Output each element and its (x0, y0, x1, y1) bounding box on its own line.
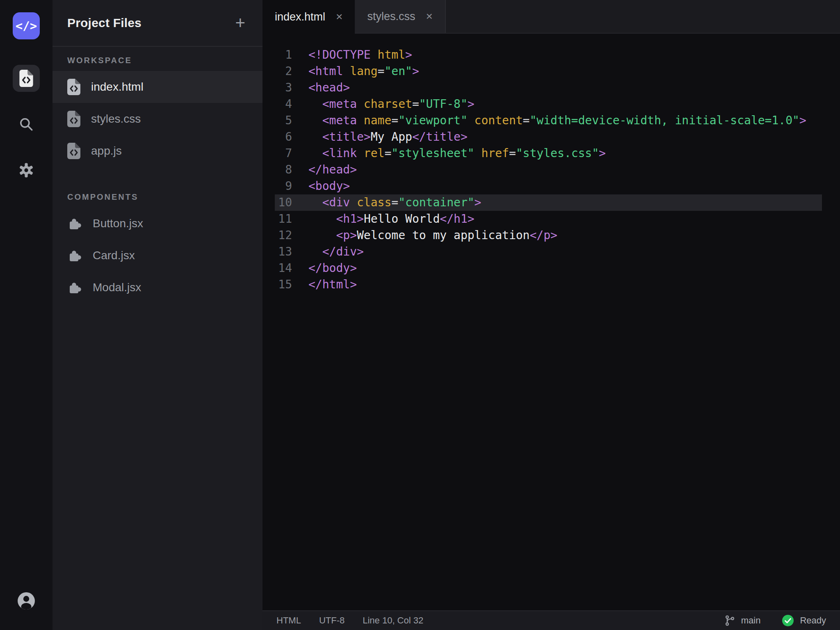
code-text: </head> (308, 162, 357, 178)
logo-glyph: </> (16, 19, 37, 33)
line-number: 3 (275, 80, 292, 96)
line-number: 6 (275, 129, 292, 145)
code-text: <div class="container"> (308, 194, 481, 211)
account-button[interactable] (17, 591, 36, 612)
code-text: <meta charset="UTF-8"> (308, 96, 475, 112)
code-line-11[interactable]: 11 <h1>Hello World</h1> (275, 211, 822, 227)
gear-icon (18, 162, 34, 178)
code-line-6[interactable]: 6 <title>My App</title> (275, 129, 822, 145)
tab-label: styles.css (367, 10, 415, 23)
line-number: 7 (275, 145, 292, 162)
line-number: 14 (275, 260, 292, 276)
status-bar: HTML UTF-8 Line 10, Col 32 m (262, 610, 840, 630)
line-number: 4 (275, 96, 292, 112)
file-name: styles.css (91, 112, 141, 126)
section-label-workspace: WORKSPACE (67, 56, 262, 65)
tab-close-icon[interactable]: × (336, 11, 342, 23)
file-item-card-jsx[interactable]: Card.jsx (52, 240, 262, 272)
status-cursor-position[interactable]: Line 10, Col 32 (363, 615, 423, 626)
code-text: <title>My App</title> (308, 129, 468, 145)
new-file-button[interactable]: + (235, 14, 245, 32)
check-circle-icon (782, 614, 794, 627)
tab-close-icon[interactable]: × (426, 11, 432, 22)
files-panel-button[interactable] (13, 65, 40, 92)
status-left: HTML UTF-8 Line 10, Col 32 (276, 615, 423, 626)
code-line-13[interactable]: 13 </div> (275, 244, 822, 260)
puzzle-icon (67, 216, 82, 231)
status-language[interactable]: HTML (276, 615, 301, 626)
code-line-4[interactable]: 4 <meta charset="UTF-8"> (275, 96, 822, 112)
settings-button[interactable] (13, 157, 40, 184)
code-line-2[interactable]: 2<html lang="en"> (275, 63, 822, 80)
puzzle-icon (67, 248, 82, 263)
code-text: <html lang="en"> (308, 63, 419, 80)
activity-bar: </> (0, 0, 52, 630)
puzzle-icon (67, 280, 82, 295)
tab-bar: index.html × styles.css × (262, 0, 840, 34)
code-line-9[interactable]: 9<body> (275, 178, 822, 194)
file-item-modal-jsx[interactable]: Modal.jsx (52, 272, 262, 304)
file-item-button-jsx[interactable]: Button.jsx (52, 208, 262, 240)
code-file-icon (67, 143, 80, 159)
ready-label: Ready (800, 615, 826, 626)
section-label-components: COMPONENTS (67, 192, 262, 202)
status-encoding[interactable]: UTF-8 (319, 615, 345, 626)
line-number: 13 (275, 244, 292, 260)
code-text: <!DOCTYPE html> (308, 47, 412, 63)
code-line-10[interactable]: 10 <div class="container"> (275, 194, 822, 211)
code-text: <head> (308, 80, 350, 96)
tab-index-html[interactable]: index.html × (262, 0, 355, 34)
editor-main: index.html × styles.css × 1<!DOCTYPE htm… (262, 0, 840, 630)
line-number: 8 (275, 162, 292, 178)
code-line-15[interactable]: 15</html> (275, 276, 822, 293)
account-icon (17, 591, 36, 610)
branch-icon (724, 615, 735, 626)
sidebar-title: Project Files (67, 16, 142, 30)
file-name: app.js (91, 144, 122, 158)
line-number: 11 (275, 211, 292, 227)
file-item-index-html[interactable]: index.html (52, 71, 262, 103)
code-line-14[interactable]: 14</body> (275, 260, 822, 276)
status-ready[interactable]: Ready (782, 614, 826, 627)
code-text: </div> (308, 244, 364, 260)
code-file-icon (67, 111, 80, 127)
code-text: </html> (308, 276, 357, 293)
file-name: Card.jsx (93, 249, 135, 262)
file-item-app-js[interactable]: app.js (52, 135, 262, 167)
file-name: Modal.jsx (93, 281, 141, 294)
code-line-3[interactable]: 3<head> (275, 80, 822, 96)
line-number: 15 (275, 276, 292, 293)
code-text: <p>Welcome to my application</p> (308, 227, 557, 244)
line-number: 5 (275, 112, 292, 129)
file-item-styles-css[interactable]: styles.css (52, 103, 262, 135)
git-branch[interactable]: main (724, 615, 761, 626)
code-line-5[interactable]: 5 <meta name="viewport" content="width=d… (275, 112, 822, 129)
line-number: 12 (275, 227, 292, 244)
code-line-1[interactable]: 1<!DOCTYPE html> (275, 47, 822, 63)
code-editor[interactable]: 1<!DOCTYPE html>2<html lang="en">3<head>… (262, 34, 840, 610)
code-text: <h1>Hello World</h1> (308, 211, 475, 227)
code-editor-app: </> (0, 0, 840, 630)
line-number: 1 (275, 47, 292, 63)
code-line-12[interactable]: 12 <p>Welcome to my application</p> (275, 227, 822, 244)
file-name: Button.jsx (93, 217, 143, 230)
code-file-icon (67, 79, 80, 95)
line-number: 9 (275, 178, 292, 194)
line-number: 2 (275, 63, 292, 80)
code-file-icon (19, 70, 33, 87)
file-name: index.html (91, 80, 144, 94)
code-text: </body> (308, 260, 357, 276)
code-line-7[interactable]: 7 <link rel="stylesheet" href="styles.cs… (275, 145, 822, 162)
branch-name: main (741, 615, 761, 626)
tab-styles-css[interactable]: styles.css × (355, 0, 445, 33)
sidebar-header: Project Files + (52, 0, 262, 47)
code-text: <meta name="viewport" content="width=dev… (308, 112, 806, 129)
code-text: <body> (308, 178, 350, 194)
search-button[interactable] (13, 111, 40, 138)
code-line-8[interactable]: 8</head> (275, 162, 822, 178)
line-number: 10 (275, 194, 292, 211)
app-logo-icon: </> (13, 12, 40, 39)
code-lines: 1<!DOCTYPE html>2<html lang="en">3<head>… (275, 47, 822, 293)
code-text: <link rel="stylesheet" href="styles.css"… (308, 145, 606, 162)
sidebar: Project Files + WORKSPACE index.html sty… (52, 0, 262, 630)
